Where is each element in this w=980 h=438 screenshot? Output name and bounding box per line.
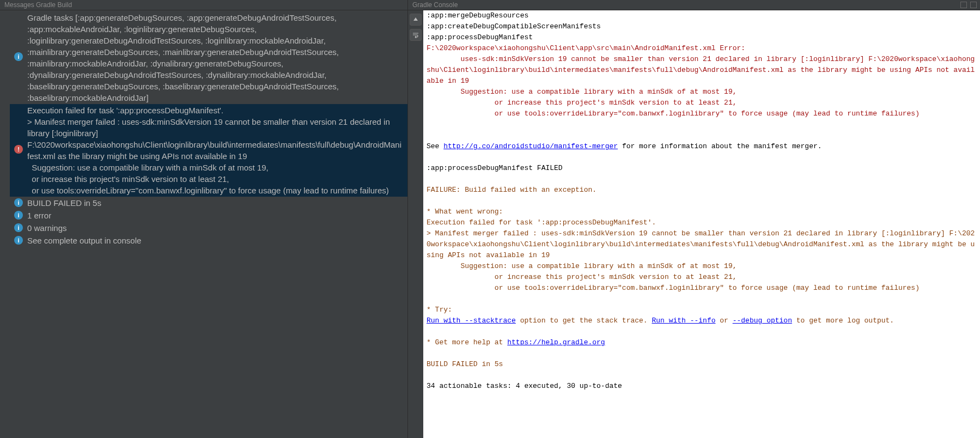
left-gutter bbox=[0, 10, 10, 438]
minimize-icon[interactable] bbox=[960, 2, 967, 8]
link-manifest-merger[interactable]: http://g.co/androidstudio/manifest-merge… bbox=[443, 142, 618, 150]
console-line: Run with --stacktrace option to get the … bbox=[427, 315, 977, 326]
console-line: or increase this project's minSdk versio… bbox=[427, 272, 977, 283]
console-line: * What went wrong: bbox=[427, 206, 977, 217]
console-line bbox=[427, 294, 977, 305]
build-message-list[interactable]: iGradle tasks [:app:generateDebugSources… bbox=[10, 10, 407, 438]
link-help-gradle[interactable]: https://help.gradle.org bbox=[507, 338, 605, 346]
info-icon-wrapper: i bbox=[10, 210, 27, 220]
console-tool-gutter bbox=[408, 10, 423, 438]
console-line: or use tools:overrideLibrary="com.banwxf… bbox=[427, 283, 977, 294]
build-message-row[interactable]: iSee complete output in console bbox=[10, 234, 407, 247]
gradle-console-panel: Gradle Console :app:mergeDebugResources:… bbox=[408, 0, 980, 438]
console-line bbox=[427, 130, 977, 141]
build-message-text: 0 warnings bbox=[27, 222, 402, 234]
link-stacktrace[interactable]: Run with --stacktrace bbox=[427, 317, 516, 325]
info-icon: i bbox=[14, 223, 23, 232]
gradle-console-output[interactable]: :app:mergeDebugResources:app:createDebug… bbox=[423, 10, 980, 438]
console-line: uses-sdk:minSdkVersion 19 cannot be smal… bbox=[427, 54, 977, 87]
console-text: option to get the stack trace. bbox=[516, 317, 652, 325]
console-line: :app:processDebugManifest bbox=[427, 32, 977, 43]
console-tool-button-1[interactable] bbox=[410, 14, 422, 26]
info-icon: i bbox=[14, 198, 23, 207]
console-line bbox=[427, 174, 977, 185]
arrow-up-icon bbox=[412, 16, 419, 23]
console-text: * Get more help at bbox=[427, 338, 507, 346]
build-message-text: 1 error bbox=[27, 210, 402, 221]
link-debug[interactable]: --debug option bbox=[733, 317, 792, 325]
console-line: BUILD FAILED in 5s bbox=[427, 359, 977, 370]
console-text: to get more log output. bbox=[792, 317, 894, 325]
console-line: or use tools:overrideLibrary="com.banwxf… bbox=[427, 108, 977, 119]
console-line: :app:createDebugCompatibleScreenManifest… bbox=[427, 21, 977, 32]
link-info[interactable]: Run with --info bbox=[652, 317, 715, 325]
console-line bbox=[427, 348, 977, 359]
console-line bbox=[427, 326, 977, 337]
right-panel-title-actions bbox=[960, 0, 977, 10]
console-line: See http://g.co/androidstudio/manifest-m… bbox=[427, 141, 977, 152]
error-icon: ! bbox=[14, 145, 23, 154]
build-message-row[interactable]: iBUILD FAILED in 5s bbox=[10, 197, 407, 209]
info-icon-wrapper: i bbox=[10, 235, 27, 245]
console-line: * Get more help at https://help.gradle.o… bbox=[427, 337, 977, 348]
console-line: > Manifest merger failed : uses-sdk:minS… bbox=[427, 228, 977, 261]
console-line bbox=[427, 370, 977, 381]
console-tool-button-2[interactable] bbox=[410, 29, 422, 41]
error-icon-wrapper: ! bbox=[10, 105, 27, 154]
build-message-text: BUILD FAILED in 5s bbox=[27, 197, 402, 209]
build-message-text: Gradle tasks [:app:generateDebugSources,… bbox=[27, 12, 402, 104]
console-text: or bbox=[716, 317, 733, 325]
build-message-row[interactable]: i1 error bbox=[10, 209, 407, 222]
console-line: :app:processDebugManifest FAILED bbox=[427, 163, 977, 174]
build-message-row[interactable]: i0 warnings bbox=[10, 222, 407, 234]
console-line: Execution failed for task ':app:processD… bbox=[427, 217, 977, 228]
left-panel-title: Messages Gradle Build bbox=[0, 0, 407, 10]
messages-gradle-build-panel: Messages Gradle Build iGradle tasks [:ap… bbox=[0, 0, 408, 438]
console-line: 34 actionable tasks: 4 executed, 30 up-t… bbox=[427, 381, 977, 392]
console-line bbox=[427, 196, 977, 206]
build-message-text: Execution failed for task ':app:processD… bbox=[27, 105, 402, 196]
hide-icon[interactable] bbox=[970, 2, 977, 8]
console-text: for more information about the manifest … bbox=[618, 142, 821, 150]
info-icon: i bbox=[14, 52, 23, 61]
console-text: See bbox=[427, 142, 443, 150]
console-line: or increase this project's minSdk versio… bbox=[427, 98, 977, 108]
console-line: FAILURE: Build failed with an exception. bbox=[427, 185, 977, 196]
console-line: * Try: bbox=[427, 305, 977, 315]
right-panel-title: Gradle Console bbox=[412, 0, 458, 10]
build-message-text: See complete output in console bbox=[27, 235, 402, 246]
info-icon-wrapper: i bbox=[10, 12, 27, 61]
console-line bbox=[427, 152, 977, 163]
console-line bbox=[427, 119, 977, 130]
info-icon-wrapper: i bbox=[10, 197, 27, 207]
wrap-icon bbox=[412, 32, 419, 38]
build-message-row[interactable]: iGradle tasks [:app:generateDebugSources… bbox=[10, 11, 407, 104]
console-line: F:\2020workspace\xiaohongshu\Client\app\… bbox=[427, 43, 977, 54]
info-icon: i bbox=[14, 211, 23, 220]
info-icon-wrapper: i bbox=[10, 222, 27, 232]
console-line: :app:mergeDebugResources bbox=[427, 10, 977, 21]
info-icon: i bbox=[14, 236, 23, 245]
console-line: Suggestion: use a compatible library wit… bbox=[427, 261, 977, 272]
right-panel-title-bar: Gradle Console bbox=[408, 0, 980, 10]
build-message-row[interactable]: !Execution failed for task ':app:process… bbox=[10, 104, 407, 197]
console-line: Suggestion: use a compatible library wit… bbox=[427, 87, 977, 98]
